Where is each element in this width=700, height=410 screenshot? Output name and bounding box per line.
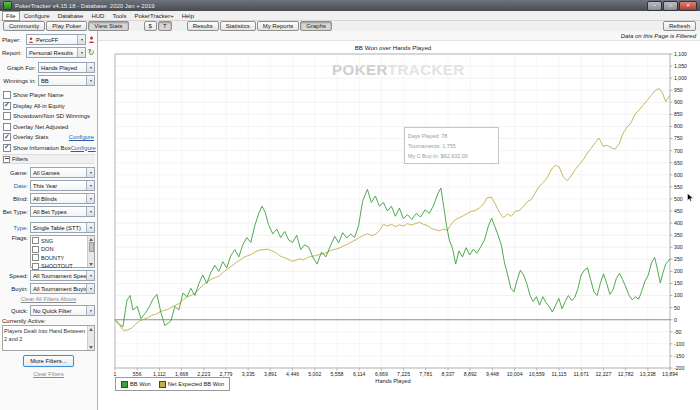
cash-money-toggle[interactable]: $	[144, 21, 157, 32]
buyin-filter-select[interactable]: All Tournament Buyins	[30, 283, 95, 294]
flag-sng[interactable]: SNG	[32, 237, 87, 244]
checkbox-overlay-net-adjusted[interactable]: Overlay Net Adjusted	[3, 123, 95, 131]
type-filter-select[interactable]: Single Table (STT)	[30, 222, 95, 233]
svg-text:850: 850	[674, 111, 683, 117]
checkbox-icon[interactable]	[3, 91, 11, 99]
game-filter-select[interactable]: All Games	[30, 167, 95, 178]
quick-filter-select[interactable]: No Quick Filter	[30, 305, 95, 316]
menu-configure[interactable]: Configure	[20, 12, 54, 20]
configure-infobox-link[interactable]: Configure	[71, 145, 97, 151]
chevron-down-icon[interactable]	[86, 76, 94, 85]
checkbox-icon[interactable]	[32, 237, 39, 244]
quick-filter-label: Quick:	[2, 308, 28, 314]
chevron-down-icon[interactable]	[86, 271, 94, 280]
menu-pokertracker-plus[interactable]: PokerTracker+	[130, 12, 177, 20]
chevron-down-icon[interactable]	[86, 194, 94, 203]
chevron-down-icon[interactable]	[86, 168, 94, 177]
scroll-thumb[interactable]	[89, 242, 94, 252]
checkbox-icon[interactable]	[32, 263, 39, 270]
flags-listbox[interactable]: SNG DON BOUNTY SHOOTOUT	[30, 235, 95, 268]
svg-text:10,559: 10,559	[529, 371, 545, 377]
scroll-up-icon[interactable]	[89, 238, 93, 241]
player-label: Player:	[2, 37, 24, 43]
checkbox-icon[interactable]	[32, 246, 39, 253]
menu-database[interactable]: Database	[54, 12, 88, 20]
player-profile-icon[interactable]	[87, 36, 95, 43]
tab-view-stats[interactable]: View Stats	[88, 21, 128, 32]
filters-section-header[interactable]: Filters	[2, 154, 95, 164]
checkbox-display-all-in-equity[interactable]: Display All-in Equity	[3, 102, 95, 110]
checkbox-showdown-winnings[interactable]: Showdown/Non SD Winnings	[3, 112, 95, 120]
currently-active-listbox[interactable]: Players Dealt Into Hand Between 2 and 2	[2, 325, 95, 351]
menu-file[interactable]: File	[2, 11, 20, 21]
chevron-down-icon[interactable]	[86, 306, 94, 315]
date-filter-select[interactable]: This Year	[30, 180, 95, 191]
minimize-button[interactable]: –	[647, 1, 662, 11]
flag-shootout[interactable]: SHOOTOUT	[32, 263, 87, 270]
graph-for-select[interactable]: Hands Played	[38, 62, 95, 73]
refresh-button[interactable]: Refresh	[663, 21, 696, 32]
chevron-down-icon[interactable]	[86, 207, 94, 216]
checkbox-icon[interactable]	[3, 123, 11, 131]
tab-results[interactable]: Results	[187, 21, 219, 32]
svg-text:8,337: 8,337	[442, 371, 455, 377]
checkbox-icon[interactable]	[3, 102, 11, 110]
chevron-down-icon[interactable]	[86, 223, 94, 232]
scroll-down-icon[interactable]	[89, 263, 93, 266]
close-button[interactable]: ✕	[679, 1, 697, 11]
tab-graphs[interactable]: Graphs	[300, 21, 332, 32]
bet-type-filter-select[interactable]: All Bet Types	[30, 206, 95, 217]
tab-my-reports[interactable]: My Reports	[257, 21, 300, 32]
refresh-report-icon[interactable]: ↻	[87, 49, 95, 56]
svg-text:1,000: 1,000	[674, 75, 687, 81]
info-days-played: Days Played: 78	[408, 131, 495, 141]
checkbox-overlay-stats[interactable]: Overlay Stats Configure	[3, 133, 95, 141]
collapse-icon[interactable]	[3, 156, 10, 163]
graph-plot-area[interactable]: 15561,1121,6682,2232,7793,3353,8914,4465…	[98, 41, 700, 410]
currently-active-label: Currently Active:	[2, 318, 95, 324]
chevron-down-icon[interactable]	[86, 181, 94, 190]
scroll-down-icon[interactable]	[89, 346, 93, 349]
flags-scrollbar[interactable]	[87, 236, 94, 267]
menu-tools[interactable]: Tools	[108, 12, 130, 20]
svg-text:2,779: 2,779	[220, 371, 233, 377]
x-axis-label: Hands Played	[98, 378, 688, 384]
checkbox-show-player-name[interactable]: Show Player Name	[3, 91, 95, 99]
report-select[interactable]: Personal Results	[26, 47, 86, 58]
speed-filter-select[interactable]: All Tournament Speeds	[30, 270, 95, 281]
svg-text:13,894: 13,894	[662, 371, 678, 377]
menu-help[interactable]: Help	[178, 12, 198, 20]
menu-bar: File Configure Database HUD Tools PokerT…	[0, 11, 700, 21]
checkbox-show-information-box[interactable]: Show Information Box Configure	[3, 144, 95, 152]
blind-filter-select[interactable]: All Blinds	[30, 193, 95, 204]
checkbox-icon[interactable]	[3, 133, 11, 141]
checkbox-icon[interactable]	[32, 254, 39, 261]
chevron-down-icon[interactable]	[86, 63, 94, 72]
maximize-button[interactable]: □	[663, 1, 678, 11]
menu-hud[interactable]: HUD	[87, 12, 108, 20]
svg-text:650: 650	[674, 160, 683, 166]
more-filters-button[interactable]: More Filters...	[23, 355, 74, 367]
checkbox-icon[interactable]	[3, 144, 11, 152]
flag-bounty[interactable]: BOUNTY	[32, 254, 87, 261]
chevron-down-icon[interactable]	[77, 48, 85, 57]
active-filters-scrollbar[interactable]	[87, 326, 94, 350]
tab-play-poker[interactable]: Play Poker	[46, 21, 87, 32]
flag-don[interactable]: DON	[32, 246, 87, 253]
tab-community[interactable]: Community	[3, 21, 45, 32]
configure-overlay-link[interactable]: Configure	[69, 134, 95, 140]
player-select[interactable]: PercoFF	[26, 34, 86, 45]
player-value: PercoFF	[34, 37, 77, 43]
winnings-in-select[interactable]: BB	[38, 75, 95, 86]
scroll-up-icon[interactable]	[89, 328, 93, 331]
clear-filters-link[interactable]: Clear Filters	[2, 371, 95, 377]
clear-all-filters-above-link[interactable]: Clear All Filters Above	[2, 296, 95, 302]
graph-info-box: Days Played: 78 Tournaments: 1,755 My C …	[404, 127, 499, 164]
tournament-toggle[interactable]: T	[158, 21, 172, 32]
chevron-down-icon[interactable]	[77, 35, 85, 44]
svg-text:1,112: 1,112	[153, 371, 166, 377]
checkbox-icon[interactable]	[3, 112, 11, 120]
svg-text:12,782: 12,782	[618, 371, 634, 377]
tab-statistics[interactable]: Statistics	[220, 21, 256, 32]
chevron-down-icon[interactable]	[86, 284, 94, 293]
